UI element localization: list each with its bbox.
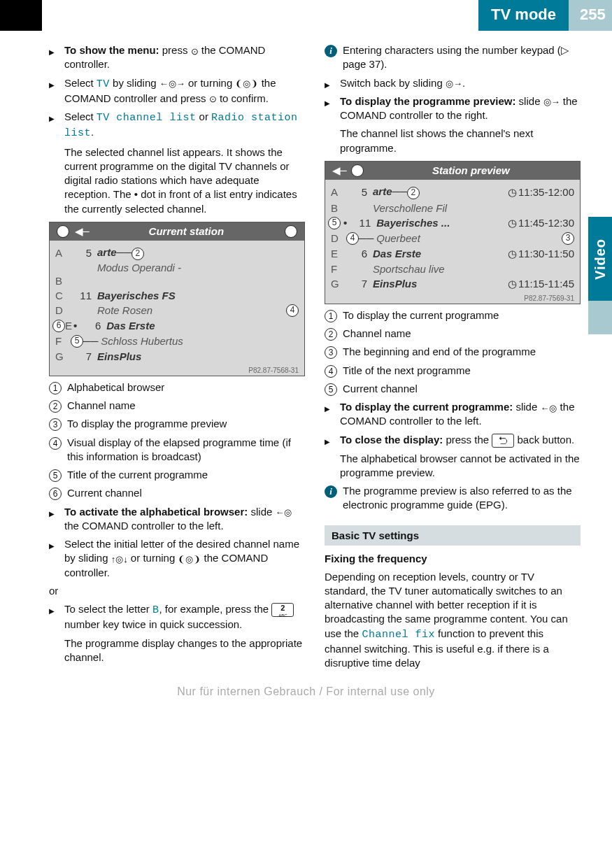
step-display-current: To display the current programme: slide … [325,400,581,429]
header-bar: TV mode 255 [0,0,612,31]
step-select-letter: Select the initial letter of the desired… [49,537,305,580]
step-switch-back: Switch back by sliding ◎→. [325,76,581,90]
section-basic-tv-settings: Basic TV settings [325,525,581,546]
step-display-preview-cont: The channel list shows the channel's nex… [340,127,581,155]
turn-icon: ❨◎❩ [178,555,201,564]
slide-lr-icon: ←◎→ [159,79,185,88]
step-show-menu: To show the menu: press ⊙ the COMAND con… [49,43,305,72]
step-press-number-key-cont: The programme display changes to the app… [64,636,305,665]
legend1-4: 4Visual display of the elapsed programme… [49,436,305,464]
legend2-2: 2Channel name [325,327,581,341]
legend2-1: 1To display the current programme [325,308,581,322]
legend2-3: 3The beginning and end of the programme [325,345,581,359]
press-icon: ⊙ [209,94,217,104]
step-display-preview: To display the programme preview: slide … [325,94,581,123]
key-2abc: 2ABC [271,603,294,617]
turn-icon: ❨◎❩ [235,79,258,88]
step-select-channel-list-cont: The selected channel list appears. It sh… [64,145,305,216]
or-text: or [49,584,305,598]
step-close-display-cont: The alphabetical browser cannot be activ… [340,452,581,481]
para-channel-fix: Depending on reception levels, country o… [325,570,581,671]
legend1-6: 6Current channel [49,486,305,500]
legend1-1: 1Alphabetical browser [49,380,305,394]
note-epg: i The programme preview is also referred… [325,484,581,513]
figure-station-preview: 1Station preview A5arte──211:35-12:00 BV… [325,161,581,304]
left-column: To show the menu: press ⊙ the COMAND con… [49,39,305,673]
step-close-display: To close the display: press the ⮌ back b… [325,433,581,448]
step-select-tv: Select TV by sliding ←◎→ or turning ❨◎❩ … [49,76,305,106]
legend2-5: 5Current channel [325,382,581,396]
header-page-number: 255 [569,0,612,31]
subhead-fixing-frequency: Fixing the frequency [325,553,581,564]
slide-right-icon: ◎→ [543,97,560,106]
step-press-number-key: To select the letter B, for example, pre… [49,602,305,632]
slide-ud-icon: ↑◎↓ [111,555,128,564]
watermark: Nur für internen Gebrauch / For internal… [0,685,612,698]
note-number-keypad: i Entering characters using the number k… [325,43,581,72]
press-icon: ⊙ [191,47,199,56]
slide-left-icon: ←◎ [275,508,292,517]
legend1-3: 3To display the programme preview [49,417,305,431]
header-black-accent [0,0,42,31]
legend1-5: 5Title of the current programme [49,468,305,482]
step-select-channel-list: Select TV channel list or Radio sta­tion… [49,110,305,141]
figure-current-station: 1Current station3 A5arte──2 Modus Operan… [49,222,305,376]
legend1-2: 2Channel name [49,399,305,413]
step-activate-browser: To activate the alphabetical browser: sl… [49,505,305,534]
back-key-icon: ⮌ [492,434,514,448]
slide-left-icon: ←◎ [540,404,557,413]
header-title: TV mode [478,0,569,31]
slide-right-icon: ◎→ [446,79,462,88]
legend2-4: 4Title of the next programme [325,364,581,378]
right-column: i Entering characters using the number k… [325,39,581,673]
